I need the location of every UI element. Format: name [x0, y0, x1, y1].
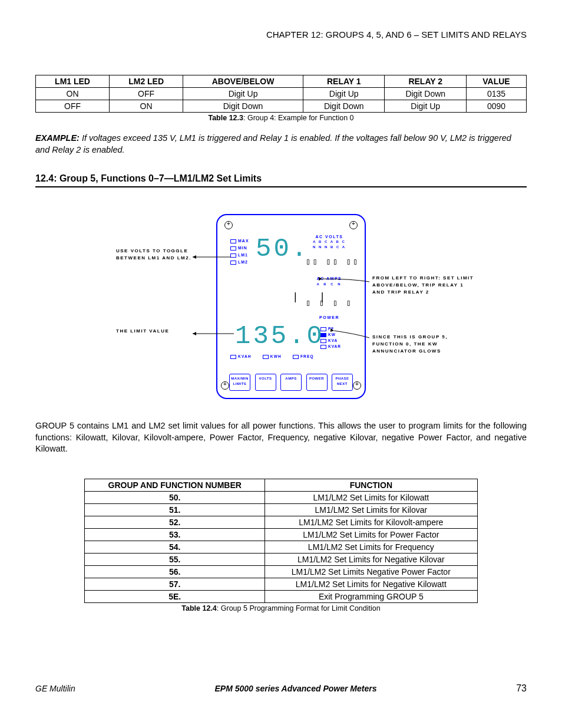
table-12-4-caption: Table 12.4: Group 5 Programming Format f…	[35, 604, 527, 612]
table-12-4: GROUP AND FUNCTION NUMBER FUNCTION 50.LM…	[84, 479, 477, 603]
th: RELAY 1	[303, 75, 385, 88]
td: 56.	[85, 565, 265, 578]
table-row: 52.LM1/LM2 Set Limits for Kilovolt-amper…	[85, 516, 477, 528]
td: 50.	[85, 491, 265, 503]
td: 55.	[85, 553, 265, 565]
td: OFF	[110, 88, 183, 100]
led-indicators: MAX MIN LM1 LM2	[230, 238, 249, 266]
annotation-toggle: USE VOLTS TO TOGGLE BETWEEN LM1 AND LM2.	[116, 248, 193, 262]
annotation-limit-value: THE LIMIT VALUE	[116, 328, 193, 335]
td: Digit Down	[183, 100, 303, 113]
td: ON	[36, 88, 110, 100]
led-min: MIN	[230, 245, 249, 252]
acamps-label: AC AMPS	[306, 276, 353, 281]
caption-bold: Table 12.4	[181, 604, 217, 612]
table-row: 56.LM1/LM2 Set Limits Negative Power Fac…	[85, 565, 477, 578]
td: OFF	[36, 100, 110, 113]
td: 0135	[466, 88, 526, 100]
meter-panel: MAX MIN LM1 LM2 50. AC VOLTS A B C A B C…	[216, 214, 366, 399]
td: 57.	[85, 578, 265, 590]
device-diagram: MAX MIN LM1 LM2 50. AC VOLTS A B C A B C…	[35, 211, 527, 406]
td: 5E.	[85, 590, 265, 602]
table-12-3: LM1 LED LM2 LED ABOVE/BELOW RELAY 1 RELA…	[35, 75, 527, 113]
page-footer: GE Multilin EPM 5000 series Advanced Pow…	[35, 683, 527, 694]
th: LM2 LED	[110, 75, 183, 88]
example-body: If voltages exceed 135 V, LM1 is trigger…	[35, 133, 511, 154]
annotation-relays: FROM LEFT TO RIGHT: SET LIMIT ABOVE/BELO…	[372, 275, 478, 296]
td: LM1/LM2 Set Limits for Frequency	[265, 541, 478, 553]
chapter-header: CHAPTER 12: GROUPS 4, 5, AND 6 – SET LIM…	[35, 29, 527, 39]
table-row: 53.LM1/LM2 Set Limits for Power Factor	[85, 528, 477, 541]
bottom-indicators: KVAH KWH FREQ	[230, 354, 323, 359]
power-label: POWER	[306, 315, 353, 319]
caption-text: : Group 5 Programming Format for Limit C…	[217, 604, 381, 612]
td: LM1/LM2 Set Limits for Negative Kilowatt	[265, 578, 478, 590]
kwh-led: KWH	[263, 354, 282, 358]
button-row: MAX/MIN LIMITS VOLTS AMPS POWER PHASE NE…	[229, 374, 353, 391]
lcd-row1: ▯▯ ▯▯ ▯▯	[306, 256, 359, 266]
segment-display-bottom: 135.0	[235, 321, 325, 351]
table-row: 51.LM1/LM2 Set Limits for Kilovar	[85, 503, 477, 516]
td: 54.	[85, 541, 265, 553]
freq-led: FREQ	[293, 354, 314, 358]
caption-bold: Table 12.3	[208, 114, 243, 122]
td: 53.	[85, 528, 265, 541]
footer-left: GE Multilin	[35, 684, 75, 693]
amps-button[interactable]: AMPS	[280, 374, 302, 391]
td: LM1/LM2 Set Limits Negative Power Factor	[265, 565, 478, 578]
annotation-kw-glow: SINCE THIS IS GROUP 5, FUNCTION 0, THE K…	[372, 334, 478, 355]
table-row: 5E.Exit Programming GROUP 5	[85, 590, 477, 602]
led-lm1: LM1	[230, 252, 249, 259]
table-row: 54.LM1/LM2 Set Limits for Frequency	[85, 541, 477, 553]
screw-icon	[224, 221, 233, 229]
screw-icon	[353, 381, 361, 390]
td: LM1/LM2 Set Limits for Negative Kilovar	[265, 553, 478, 565]
td: LM1/LM2 Set Limits for Kilovar	[265, 503, 478, 516]
td: LM1/LM2 Set Limits for Power Factor	[265, 528, 478, 541]
phase-next-button[interactable]: PHASE NEXT	[332, 374, 353, 391]
group5-description: GROUP 5 contains LM1 and LM2 set limit v…	[35, 420, 527, 455]
th: RELAY 2	[385, 75, 466, 88]
td: Digit Up	[385, 100, 466, 113]
caption-text: : Group 4: Example for Function 0	[243, 114, 354, 122]
table-12-3-caption: Table 12.3: Group 4: Example for Functio…	[35, 114, 527, 122]
example-paragraph: EXAMPLE: If voltages exceed 135 V, LM1 i…	[35, 133, 527, 156]
lcd-row2: ▯ ▯ ▯ ▯	[306, 298, 353, 308]
segment-display-top: 50.	[256, 234, 309, 263]
td: Digit Down	[385, 88, 466, 100]
td: LM1/LM2 Set Limits for Kilovolt-ampere	[265, 516, 478, 528]
td: Digit Down	[303, 100, 385, 113]
table-row: OFF ON Digit Down Digit Down Digit Up 00…	[36, 100, 527, 113]
led-max: MAX	[230, 238, 249, 245]
td: 0090	[466, 100, 526, 113]
footer-mid: EPM 5000 series Advanced Power Meters	[214, 684, 376, 693]
screw-icon	[221, 381, 229, 390]
td: ON	[110, 100, 183, 113]
section-12-4-header: 12.4: Group 5, Functions 0–7—LM1/LM2 Set…	[35, 173, 527, 187]
th: FUNCTION	[265, 479, 478, 491]
td: 51.	[85, 503, 265, 516]
example-lead: EXAMPLE:	[35, 133, 80, 143]
th: GROUP AND FUNCTION NUMBER	[85, 479, 265, 491]
led-lm2: LM2	[230, 259, 249, 266]
td: Digit Up	[183, 88, 303, 100]
td: Digit Up	[303, 88, 385, 100]
td: Exit Programming GROUP 5	[265, 590, 478, 602]
kvah-led: KVAH	[230, 354, 252, 358]
volts-button[interactable]: VOLTS	[255, 374, 276, 391]
screw-icon	[349, 221, 358, 229]
acvolts-label: AC VOLTS A B C A B C N N N B C A	[306, 234, 353, 250]
footer-page-number: 73	[516, 683, 527, 694]
table-row: 50.LM1/LM2 Set Limits for Kilowatt	[85, 491, 477, 503]
maxmin-limits-button[interactable]: MAX/MIN LIMITS	[229, 374, 250, 391]
th: LM1 LED	[36, 75, 110, 88]
th: VALUE	[466, 75, 526, 88]
td: 52.	[85, 516, 265, 528]
power-button[interactable]: POWER	[306, 374, 328, 391]
abcn-label: A B C N	[306, 282, 353, 286]
table-row: 55.LM1/LM2 Set Limits for Negative Kilov…	[85, 553, 477, 565]
th: ABOVE/BELOW	[183, 75, 303, 88]
td: LM1/LM2 Set Limits for Kilowatt	[265, 491, 478, 503]
table-row: 57.LM1/LM2 Set Limits for Negative Kilow…	[85, 578, 477, 590]
table-row: ON OFF Digit Up Digit Up Digit Down 0135	[36, 88, 527, 100]
